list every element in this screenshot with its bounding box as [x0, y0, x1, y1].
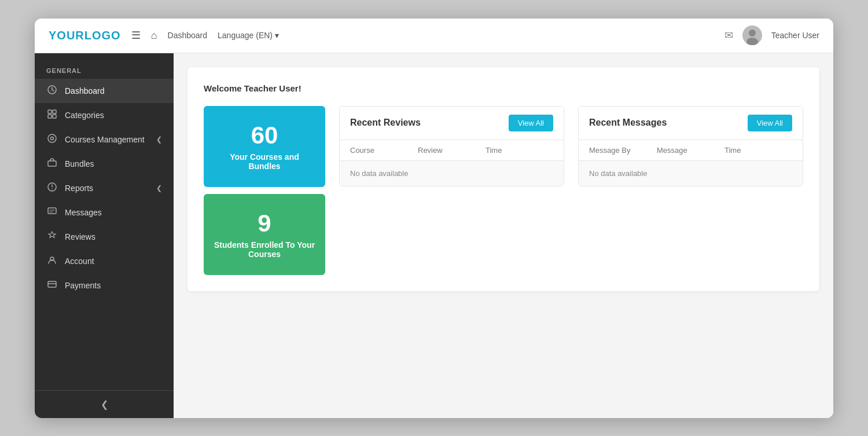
nav-right: ✉ Teacher User — [724, 25, 819, 45]
recent-messages-header: Recent Messages View All — [579, 107, 803, 140]
sidebar-item-dashboard[interactable]: Dashboard — [35, 79, 174, 103]
svg-rect-4 — [48, 110, 52, 113]
browser-window: YOURLOGO ☰ ⌂ Dashboard Language (EN) ▾ ✉… — [35, 19, 833, 418]
recent-messages-view-all-button[interactable]: View All — [748, 115, 792, 131]
language-dropdown[interactable]: Language (EN) ▾ — [218, 31, 279, 40]
payments-icon — [46, 280, 58, 291]
svg-point-9 — [51, 137, 54, 140]
sidebar-section-label: GENERAL — [35, 59, 174, 79]
sidebar-item-payments-label: Payments — [65, 281, 101, 290]
recent-reviews-header: Recent Reviews View All — [340, 107, 564, 140]
sidebar-item-reports[interactable]: Reports ❮ — [35, 176, 174, 200]
courses-bundles-number: 60 — [251, 122, 278, 149]
col-course: Course — [350, 146, 418, 155]
courses-bundles-label: Your Courses and Bundles — [213, 152, 316, 171]
stat-card-students-enrolled[interactable]: 9 Students Enrolled To Your Courses — [204, 194, 325, 275]
user-name[interactable]: Teacher User — [771, 31, 819, 40]
svg-rect-10 — [48, 161, 56, 166]
dashboard-card: Welcome Teacher User! 60 Your Courses an… — [187, 67, 819, 291]
svg-point-12 — [52, 188, 53, 189]
recent-reviews-table-header: Course Review Time — [340, 140, 564, 161]
reports-chevron: ❮ — [156, 184, 162, 192]
recent-reviews-empty: No data available — [340, 161, 564, 186]
sidebar-collapse-button[interactable]: ❮ — [35, 390, 174, 418]
reports-icon — [46, 182, 58, 194]
language-label: Language (EN) — [218, 31, 273, 40]
courses-management-chevron: ❮ — [156, 135, 162, 144]
sidebar-item-account-label: Account — [65, 257, 94, 266]
sidebar-item-courses-management[interactable]: Courses Management ❮ — [35, 127, 174, 152]
sidebar-item-payments[interactable]: Payments — [35, 273, 174, 298]
chevron-down-icon: ▾ — [275, 31, 279, 40]
sidebar-item-bundles[interactable]: Bundles — [35, 152, 174, 176]
bundles-icon — [46, 158, 58, 170]
welcome-text: Welcome Teacher User! — [204, 83, 803, 93]
recent-reviews-view-all-button[interactable]: View All — [509, 115, 553, 131]
svg-rect-5 — [53, 110, 56, 113]
recent-messages-panel: Recent Messages View All Message By Mess… — [578, 106, 803, 186]
dashboard-nav-link[interactable]: Dashboard — [168, 31, 208, 40]
sidebar-item-bundles-label: Bundles — [65, 159, 94, 168]
col-msg-time: Time — [724, 146, 792, 155]
col-review: Review — [418, 146, 486, 155]
top-nav: YOURLOGO ☰ ⌂ Dashboard Language (EN) ▾ ✉… — [35, 19, 833, 53]
students-enrolled-number: 9 — [258, 210, 271, 237]
col-message: Message — [657, 146, 724, 155]
content-area: Welcome Teacher User! 60 Your Courses an… — [174, 53, 833, 418]
svg-point-8 — [48, 134, 56, 142]
recent-reviews-title: Recent Reviews — [350, 118, 421, 128]
home-icon[interactable]: ⌂ — [151, 30, 157, 42]
sidebar-item-reports-label: Reports — [65, 184, 93, 193]
account-icon — [46, 255, 58, 267]
main-layout: GENERAL Dashboard Categories Courses Man… — [35, 53, 833, 418]
dashboard-grid: 60 Your Courses and Bundles 9 Students E… — [204, 106, 803, 275]
stat-cards-col: 60 Your Courses and Bundles 9 Students E… — [204, 106, 325, 275]
panels-row: Recent Reviews View All Course Review Ti… — [339, 106, 803, 186]
sidebar-item-messages-label: Messages — [65, 208, 102, 217]
logo: YOURLOGO — [49, 29, 121, 42]
messages-icon — [46, 207, 58, 218]
svg-rect-15 — [48, 281, 56, 287]
svg-rect-7 — [53, 115, 56, 118]
sidebar-item-account[interactable]: Account — [35, 249, 174, 273]
dashboard-icon — [46, 85, 58, 97]
students-enrolled-label: Students Enrolled To Your Courses — [213, 240, 316, 259]
sidebar-item-categories-label: Categories — [65, 111, 104, 120]
recent-messages-empty: No data available — [579, 161, 803, 186]
recent-reviews-table: Course Review Time No data available — [340, 140, 564, 186]
svg-rect-13 — [48, 208, 56, 214]
recent-messages-table-header: Message By Message Time — [579, 140, 803, 161]
recent-reviews-panel: Recent Reviews View All Course Review Ti… — [339, 106, 564, 186]
col-time: Time — [486, 146, 553, 155]
courses-management-icon — [46, 134, 58, 145]
categories-icon — [46, 109, 58, 121]
col-message-by: Message By — [589, 146, 657, 155]
sidebar-item-dashboard-label: Dashboard — [65, 86, 105, 96]
hamburger-icon[interactable]: ☰ — [131, 29, 141, 42]
avatar[interactable] — [742, 25, 762, 45]
svg-rect-6 — [48, 115, 52, 118]
sidebar: GENERAL Dashboard Categories Courses Man… — [35, 53, 174, 418]
reviews-icon — [46, 231, 58, 243]
recent-messages-table: Message By Message Time No data availabl… — [579, 140, 803, 186]
sidebar-item-reviews-label: Reviews — [65, 232, 95, 241]
sidebar-item-reviews[interactable]: Reviews — [35, 225, 174, 249]
svg-point-1 — [749, 30, 756, 36]
recent-messages-title: Recent Messages — [589, 118, 667, 128]
stat-card-courses-bundles[interactable]: 60 Your Courses and Bundles — [204, 106, 325, 187]
mail-icon[interactable]: ✉ — [724, 29, 733, 42]
sidebar-item-courses-management-label: Courses Management — [65, 135, 145, 144]
sidebar-item-categories[interactable]: Categories — [35, 103, 174, 127]
sidebar-item-messages[interactable]: Messages — [35, 200, 174, 225]
